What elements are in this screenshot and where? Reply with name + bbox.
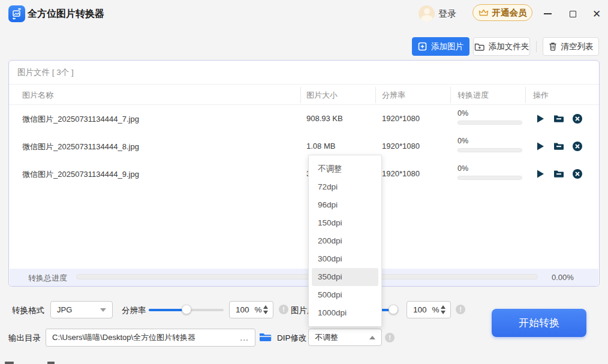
user-avatar[interactable]	[419, 5, 435, 22]
dpi-item-7[interactable]: 500dpi	[309, 286, 381, 304]
browse-button[interactable]: ...	[240, 333, 249, 342]
spinner-arrows[interactable]	[263, 305, 268, 314]
column-separator	[450, 87, 451, 103]
avatar-head	[424, 8, 430, 14]
table-row[interactable]: 微信图片_20250731134444_7.jpg 908.93 KB 1920…	[9, 105, 599, 133]
play-icon[interactable]	[535, 141, 546, 152]
file-name: 微信图片_20250731134444_7.jpg	[22, 114, 139, 125]
dip-select[interactable]: 不调整	[308, 329, 382, 346]
crown-icon	[478, 8, 489, 17]
add-image-label: 添加图片	[431, 41, 463, 52]
column-separator	[525, 87, 526, 103]
login-button[interactable]: 登录	[438, 8, 456, 20]
row-progress-bar	[457, 148, 522, 152]
vip-label: 开通会员	[492, 7, 527, 19]
statusbar-text-fragment	[5, 362, 14, 364]
remove-icon[interactable]	[572, 113, 583, 124]
add-folder-button[interactable]: 添加文件夹	[473, 37, 530, 56]
dpi-item-4[interactable]: 200dpi	[309, 232, 381, 250]
column-separator	[375, 87, 376, 103]
chevron-down-icon	[100, 308, 106, 312]
output-path-value: C:\Users\喵喵\Desktop\全方位图片转换器	[52, 332, 195, 343]
dpi-item-8[interactable]: 1000dpi	[309, 304, 381, 322]
row-progress-label: 0%	[457, 164, 468, 173]
col-resolution: 分辨率	[382, 90, 405, 101]
add-image-icon	[418, 42, 427, 51]
dpi-item-2[interactable]: 96dpi	[309, 196, 381, 214]
remove-icon[interactable]	[572, 141, 583, 152]
format-select[interactable]: JPG	[50, 301, 113, 318]
file-resolution: 1920*1080	[382, 114, 420, 123]
resolution-label: 分辨率	[122, 305, 146, 316]
row-progress-label: 0%	[457, 137, 468, 145]
play-icon[interactable]	[535, 113, 546, 124]
quality-unit: %	[432, 305, 440, 314]
clear-list-label: 清空列表	[561, 41, 594, 52]
add-image-button[interactable]: 添加图片	[412, 37, 469, 56]
column-separator	[300, 87, 301, 103]
dpi-dropdown-menu: 不调整 72dpi 96dpi 150dpi 200dpi 300dpi 350…	[308, 155, 382, 327]
statusbar-text-fragment	[47, 362, 55, 364]
dip-label: DIP修改	[277, 333, 307, 344]
dpi-item-1[interactable]: 72dpi	[309, 178, 381, 196]
dpi-item-5[interactable]: 300dpi	[309, 250, 381, 268]
file-name: 微信图片_20250731134444_8.jpg	[22, 142, 139, 152]
resolution-slider-thumb[interactable]	[182, 305, 191, 314]
resolution-unit: %	[255, 305, 262, 314]
quality-value: 100	[413, 305, 427, 314]
col-progress: 转换进度	[457, 90, 489, 101]
file-list-panel: 图片文件 [ 3个 ] 图片名称 图片大小 分辨率 转换进度 操作 微信图片_2…	[8, 60, 600, 287]
open-folder-icon[interactable]	[553, 113, 564, 124]
file-resolution: 1920*1080	[382, 169, 420, 178]
play-icon[interactable]	[535, 169, 546, 179]
add-folder-icon	[474, 43, 484, 51]
quality-slider-thumb[interactable]	[389, 305, 398, 314]
dpi-item-3[interactable]: 150dpi	[309, 214, 381, 232]
quality-spinner[interactable]: 100 %	[407, 301, 451, 318]
col-size: 图片大小	[306, 90, 338, 101]
table-header: 图片名称 图片大小 分辨率 转换进度 操作	[9, 84, 599, 105]
dip-info-icon[interactable]: !	[385, 333, 395, 342]
chevron-up-icon	[369, 336, 375, 339]
start-convert-label: 开始转换	[519, 316, 559, 330]
add-folder-label: 添加文件夹	[489, 41, 529, 52]
quality-info-icon[interactable]: !	[456, 305, 465, 314]
app-title: 全方位图片转换器	[28, 8, 104, 20]
resolution-spinner[interactable]: 100 %	[229, 301, 273, 318]
avatar-body	[421, 15, 433, 22]
maximize-button[interactable]	[564, 7, 582, 20]
col-actions: 操作	[533, 90, 549, 101]
minimize-button[interactable]	[538, 7, 556, 20]
open-folder-icon[interactable]	[553, 169, 564, 179]
trash-icon	[549, 42, 557, 51]
close-button[interactable]: ✕	[588, 7, 606, 20]
dpi-item-6[interactable]: 350dpi	[312, 268, 378, 286]
toolbar-divider	[536, 41, 537, 52]
open-folder-icon[interactable]	[553, 141, 564, 152]
output-folder-icon[interactable]	[259, 332, 272, 342]
resolution-value: 100	[236, 305, 249, 314]
col-name: 图片名称	[22, 90, 53, 101]
file-resolution: 1920*1080	[382, 142, 420, 151]
total-progress-label: 转换总进度	[28, 273, 67, 284]
output-dir-label: 输出目录	[8, 333, 41, 344]
total-progress-bar-row: 转换总进度 0.00%	[10, 269, 598, 286]
format-value: JPG	[57, 305, 72, 314]
resolution-info-icon[interactable]: !	[279, 305, 288, 314]
row-progress-bar	[457, 121, 522, 125]
file-panel-title: 图片文件 [ 3个 ]	[17, 67, 74, 78]
remove-icon[interactable]	[572, 169, 583, 179]
format-label: 转换格式	[12, 305, 44, 316]
resolution-slider[interactable]	[149, 305, 224, 314]
row-progress-bar	[457, 176, 522, 180]
row-progress-label: 0%	[457, 109, 468, 118]
clear-list-button[interactable]: 清空列表	[543, 37, 599, 56]
file-name: 微信图片_20250731134444_9.jpg	[22, 169, 139, 180]
dpi-item-0[interactable]: 不调整	[309, 160, 381, 178]
vip-button[interactable]: 开通会员	[472, 4, 532, 21]
table-row[interactable]: 微信图片_20250731134444_9.jpg 3 1920*1080 0%	[9, 160, 599, 188]
spinner-arrows[interactable]	[441, 305, 446, 314]
table-row[interactable]: 微信图片_20250731134444_8.jpg 1.08 MB 1920*1…	[9, 133, 599, 160]
output-path-field[interactable]: C:\Users\喵喵\Desktop\全方位图片转换器 ...	[46, 329, 255, 347]
start-convert-button[interactable]: 开始转换	[492, 309, 586, 337]
